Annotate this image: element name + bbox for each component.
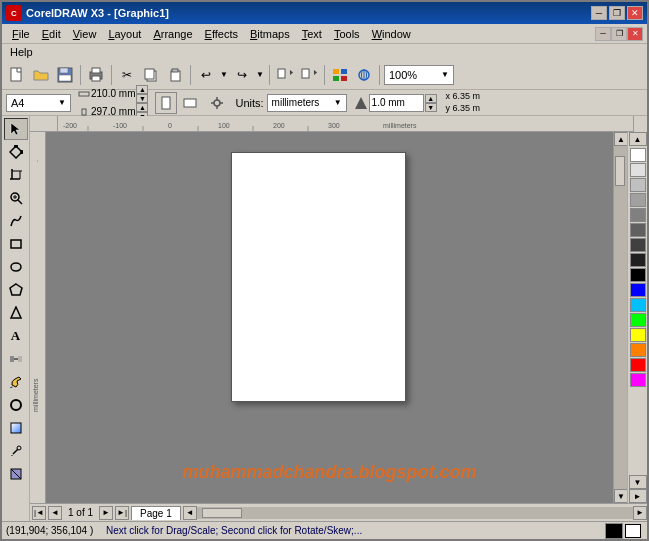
close-button[interactable]: ✕ [627, 6, 643, 20]
canvas-wrapper: -200 -100 0 100 200 300 millimeters [30, 116, 647, 521]
portrait-btn[interactable] [155, 92, 177, 114]
blend-tool-btn[interactable] [4, 348, 28, 370]
swatch-silver[interactable] [630, 178, 646, 192]
inner-minimize-btn[interactable]: ─ [595, 27, 611, 41]
redo-dropdown[interactable]: ▼ [255, 64, 265, 86]
swatch-nearblack[interactable] [630, 253, 646, 267]
redo-button[interactable]: ↪ [231, 64, 253, 86]
application-launcher[interactable] [329, 64, 351, 86]
menu-text[interactable]: Text [296, 26, 328, 42]
inner-restore-btn[interactable]: ❐ [611, 27, 627, 41]
menu-file[interactable]: File [6, 26, 36, 42]
units-chevron-icon: ▼ [334, 98, 342, 107]
palette-end-btn[interactable]: ► [629, 489, 647, 503]
crop-tool-btn[interactable] [4, 164, 28, 186]
page-settings-btn[interactable] [206, 92, 228, 114]
menu-help[interactable]: Help [10, 46, 33, 58]
basic-shapes-btn[interactable] [4, 302, 28, 324]
scroll-right-btn[interactable]: ► [633, 506, 647, 520]
transparency-btn[interactable] [4, 463, 28, 485]
last-page-btn[interactable]: ►| [115, 506, 129, 520]
swatch-black[interactable] [630, 268, 646, 282]
prev-page-btn[interactable]: ◄ [48, 506, 62, 520]
import-button[interactable] [274, 64, 296, 86]
menu-tools[interactable]: Tools [328, 26, 366, 42]
copy-button[interactable] [140, 64, 162, 86]
palette-swatches [630, 146, 646, 475]
menu-edit[interactable]: Edit [36, 26, 67, 42]
scroll-track-v[interactable] [614, 146, 627, 489]
scroll-up-btn[interactable]: ▲ [614, 132, 628, 146]
minimize-button[interactable]: ─ [591, 6, 607, 20]
open-button[interactable] [30, 64, 52, 86]
swatch-yellow[interactable] [630, 328, 646, 342]
height-up-btn[interactable]: ▲ [136, 103, 148, 112]
undo-dropdown[interactable]: ▼ [219, 64, 229, 86]
scroll-down-btn[interactable]: ▼ [614, 489, 628, 503]
ellipse-tool-btn[interactable] [4, 256, 28, 278]
swatch-mgray[interactable] [630, 208, 646, 222]
export-button[interactable] [298, 64, 320, 86]
menu-arrange[interactable]: Arrange [147, 26, 198, 42]
menu-window[interactable]: Window [366, 26, 417, 42]
next-page-btn[interactable]: ► [99, 506, 113, 520]
menu-view[interactable]: View [67, 26, 103, 42]
palette-up-btn[interactable]: ▲ [629, 132, 647, 146]
select-tool-btn[interactable] [4, 118, 28, 140]
swatch-green[interactable] [630, 313, 646, 327]
restore-button[interactable]: ❐ [609, 6, 625, 20]
shape-tool-btn[interactable] [4, 141, 28, 163]
rectangle-tool-btn[interactable] [4, 233, 28, 255]
nudge-down-btn[interactable]: ▼ [425, 103, 437, 112]
freehand-tool-btn[interactable] [4, 210, 28, 232]
zoom-tool-btn[interactable] [4, 187, 28, 209]
print-button[interactable] [85, 64, 107, 86]
nudge-input[interactable]: 1.0 mm [369, 94, 424, 112]
swatch-darkgray[interactable] [630, 238, 646, 252]
fill-tool-btn[interactable] [4, 371, 28, 393]
inner-close-btn[interactable]: ✕ [627, 27, 643, 41]
landscape-btn[interactable] [179, 92, 201, 114]
outline-tool-btn[interactable] [4, 394, 28, 416]
polygon-tool-btn[interactable] [4, 279, 28, 301]
width-down-btn[interactable]: ▼ [136, 94, 148, 103]
units-select[interactable]: millimeters ▼ [267, 94, 347, 112]
interactive-fill-btn[interactable] [4, 417, 28, 439]
new-button[interactable] [6, 64, 28, 86]
canvas-area[interactable]: muhammadchandra.blogspot.com [46, 132, 613, 503]
eyedropper-btn[interactable] [4, 440, 28, 462]
scroll-thumb-v[interactable] [615, 156, 625, 186]
nudge-up-btn[interactable]: ▲ [425, 94, 437, 103]
menu-bitmaps[interactable]: Bitmaps [244, 26, 296, 42]
nudge-spinner[interactable]: ▲ ▼ [425, 94, 437, 112]
swatch-gray[interactable] [630, 193, 646, 207]
first-page-btn[interactable]: |◄ [32, 506, 46, 520]
width-up-btn[interactable]: ▲ [136, 85, 148, 94]
swatch-orange[interactable] [630, 343, 646, 357]
swatch-lgray[interactable] [630, 163, 646, 177]
text-tool-btn[interactable]: A [4, 325, 28, 347]
page-tab[interactable]: Page 1 [131, 506, 181, 520]
paste-button[interactable] [164, 64, 186, 86]
hscroll-track[interactable] [197, 507, 633, 519]
menu-effects[interactable]: Effects [199, 26, 244, 42]
zoom-dropdown[interactable]: 100% ▼ [384, 65, 454, 85]
width-spinner[interactable]: ▲ ▼ [136, 85, 148, 103]
swatch-dgray[interactable] [630, 223, 646, 237]
corelconnect-button[interactable] [353, 64, 375, 86]
scroll-left-btn[interactable]: ◄ [183, 506, 197, 520]
swatch-magenta[interactable] [630, 373, 646, 387]
swatch-skyblue[interactable] [630, 298, 646, 312]
page-size-select[interactable]: A4 ▼ [6, 94, 71, 112]
save-button[interactable] [54, 64, 76, 86]
menu-layout[interactable]: Layout [102, 26, 147, 42]
swatch-red[interactable] [630, 358, 646, 372]
svg-rect-2 [60, 68, 68, 73]
hscroll-thumb[interactable] [202, 508, 242, 518]
swatch-blue[interactable] [630, 283, 646, 297]
cut-button[interactable]: ✂ [116, 64, 138, 86]
swatch-white[interactable] [630, 148, 646, 162]
svg-point-45 [11, 263, 21, 271]
undo-button[interactable]: ↩ [195, 64, 217, 86]
palette-down-btn[interactable]: ▼ [629, 475, 647, 489]
